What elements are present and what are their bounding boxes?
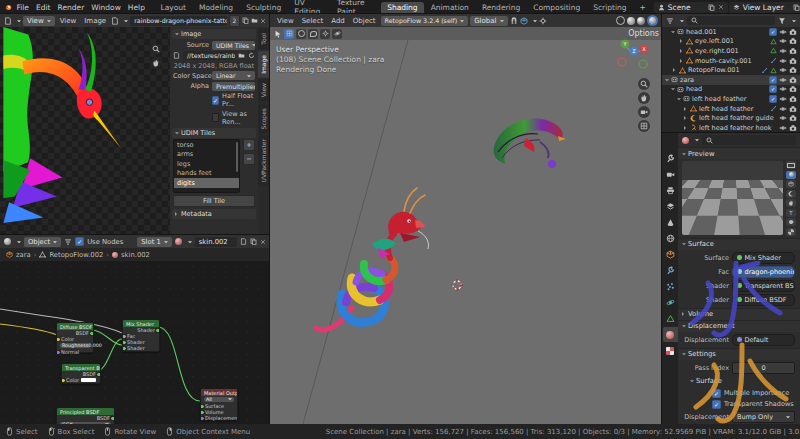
node-mix-shader[interactable]: Mix Shader Shader Fac Shader Shader — [122, 319, 160, 352]
colorspace-dropdown[interactable]: Linear — [212, 71, 255, 80]
hide-eye-icon[interactable] — [779, 37, 787, 45]
udim-panel-header[interactable]: UDIM Tiles — [172, 128, 256, 138]
select-box-tool[interactable] — [284, 29, 294, 39]
node-principled-bsdf[interactable]: Principled BSDF BSDF GGX Christensen-Bur… — [56, 407, 115, 424]
menu-help[interactable]: Help — [125, 3, 148, 12]
tab-scene[interactable] — [663, 215, 678, 230]
multiple-importance-checkbox[interactable]: ✓ — [712, 389, 721, 398]
hide-eye-icon[interactable] — [779, 105, 787, 113]
render-visibility-icon[interactable] — [789, 76, 797, 84]
udim-tile-item-selected[interactable]: digits — [174, 178, 239, 188]
orientation-dropdown[interactable]: Global — [470, 16, 507, 26]
viewport-pan-button[interactable] — [638, 92, 650, 104]
outliner-row[interactable]: left head feather — [662, 104, 800, 114]
breadcrumb-mesh[interactable]: RetopoFlow.002 — [49, 251, 103, 259]
render-visibility-icon[interactable] — [789, 124, 797, 132]
view-layer-selector[interactable]: View Layer — [729, 2, 800, 13]
tab-scopes[interactable]: Scopes — [258, 104, 270, 133]
udim-tile-item[interactable]: legs — [174, 159, 239, 169]
hide-eye-icon[interactable] — [779, 95, 787, 103]
reload-image-icon[interactable] — [248, 52, 255, 59]
preview-cube-button[interactable] — [786, 180, 796, 188]
hide-eye-icon[interactable] — [779, 76, 787, 84]
outliner-row[interactable]: left head feather✓ — [662, 94, 800, 104]
node-canvas[interactable]: Diffuse BSDF BSDF Color Roughness0.000 N… — [0, 261, 270, 424]
roughness-slider[interactable]: Roughness0.000 — [60, 343, 90, 349]
tab-particles[interactable] — [663, 279, 678, 294]
image-mode-dropdown[interactable]: View — [23, 16, 55, 26]
node-transparent-bsdf[interactable]: Transparent BSDF BSDF Color — [61, 363, 101, 384]
tab-tool[interactable] — [663, 151, 678, 166]
render-visibility-icon[interactable] — [789, 37, 797, 45]
breadcrumb-object[interactable]: zara — [16, 251, 31, 259]
shading-solid-icon[interactable] — [627, 17, 635, 25]
properties-search-field[interactable] — [702, 135, 796, 145]
fac-field[interactable]: dragon-phoenix-ta... — [732, 266, 795, 278]
breadcrumb-material[interactable]: skin.002 — [121, 251, 150, 259]
scene-selector[interactable]: Scene — [654, 2, 728, 13]
render-visibility-icon[interactable] — [789, 95, 797, 103]
tab-view-layer[interactable] — [663, 199, 678, 214]
image-panel-header[interactable]: Image — [172, 29, 256, 39]
unlink-material-icon[interactable] — [260, 239, 266, 245]
snap-target-icon[interactable] — [520, 17, 528, 25]
select-lasso-tool[interactable] — [308, 29, 318, 39]
image-name-field[interactable]: rainbow-dragon-phoenix-tattoo-colour — [130, 16, 227, 26]
fill-tile-button[interactable]: Fill Tile — [173, 195, 255, 207]
tab-image[interactable]: Image — [258, 51, 270, 78]
viewport-camera-button[interactable] — [638, 106, 650, 118]
udim-add-tile-button[interactable]: + — [243, 139, 255, 151]
preview-cloth-button[interactable] — [786, 199, 796, 207]
output-target-dropdown[interactable]: All — [204, 397, 234, 403]
shading-material-icon[interactable] — [637, 17, 645, 25]
active-tool-dropdown[interactable]: RetopoFlow 3.2.4 (self) — [381, 16, 469, 26]
udim-tile-item[interactable]: torso — [174, 140, 239, 150]
image-browse-icon[interactable] — [111, 17, 119, 25]
udim-tile-list[interactable]: torso arms legs hands feet digits — [173, 139, 240, 193]
image-image-menu[interactable]: Image — [81, 17, 109, 25]
surface-panel-header[interactable]: Surface — [678, 238, 800, 250]
outliner-row[interactable]: head✓ — [662, 85, 800, 95]
preview-checker-button[interactable] — [786, 228, 796, 236]
preview-panel-header[interactable]: Preview — [678, 147, 800, 159]
displacement-panel-header[interactable]: Displacement — [678, 320, 800, 332]
workspace-tab-rendering[interactable]: Rendering — [476, 2, 526, 13]
settings-panel-header[interactable]: Settings — [678, 348, 800, 360]
collection-checkbox[interactable]: ✓ — [769, 85, 777, 93]
render-visibility-icon[interactable] — [789, 47, 797, 55]
shader-editor-type-icon[interactable] — [4, 238, 11, 245]
tab-uvpackmaster[interactable]: UVPackmaster — [258, 135, 270, 186]
tab-world[interactable] — [663, 231, 678, 246]
view-menu[interactable]: View — [274, 17, 297, 25]
render-visibility-icon[interactable] — [789, 85, 797, 93]
menu-edit[interactable]: Edit — [33, 3, 54, 12]
tab-output[interactable] — [663, 183, 678, 198]
menu-window[interactable]: Window — [88, 3, 124, 12]
half-float-checkbox[interactable]: ✓ — [212, 96, 219, 105]
shader2-field[interactable]: Diffuse BSDF — [732, 294, 795, 306]
udim-tile-item[interactable]: hands feet — [174, 169, 239, 179]
open-image-icon[interactable] — [251, 17, 258, 24]
node-material-output[interactable]: Material Output All Surface Volume Displ… — [200, 388, 238, 420]
color-swatch[interactable] — [81, 378, 96, 382]
outliner-display-mode-icon[interactable] — [666, 17, 674, 25]
hide-eye-icon[interactable] — [779, 85, 787, 93]
outliner-row[interactable]: mouth-cavity.001 — [662, 56, 800, 66]
workspace-tab-scripting[interactable]: Scripting — [587, 2, 632, 13]
select-circle-tool[interactable] — [296, 29, 306, 39]
outliner-row[interactable]: left head feather guide — [662, 113, 800, 123]
new-image-icon[interactable] — [242, 17, 249, 24]
outliner-row[interactable]: eye.left.001 — [662, 37, 800, 47]
viewport-zoom-button[interactable] — [638, 78, 650, 90]
outliner-search-field[interactable] — [687, 16, 775, 25]
displacement-field[interactable]: Default — [732, 334, 795, 346]
hide-eye-icon[interactable] — [779, 66, 787, 74]
image-pan-gizmo[interactable] — [150, 57, 162, 69]
cursor-tool-icon[interactable] — [274, 30, 282, 38]
add-menu[interactable]: Add — [328, 17, 348, 25]
preview-hair-button[interactable] — [786, 190, 796, 198]
metadata-panel-header[interactable]: Metadata — [172, 209, 256, 219]
unlink-image-icon[interactable] — [260, 18, 266, 24]
shader1-field[interactable]: Transparent BSDF — [732, 280, 795, 292]
volume-panel-header[interactable]: Volume — [678, 308, 800, 320]
